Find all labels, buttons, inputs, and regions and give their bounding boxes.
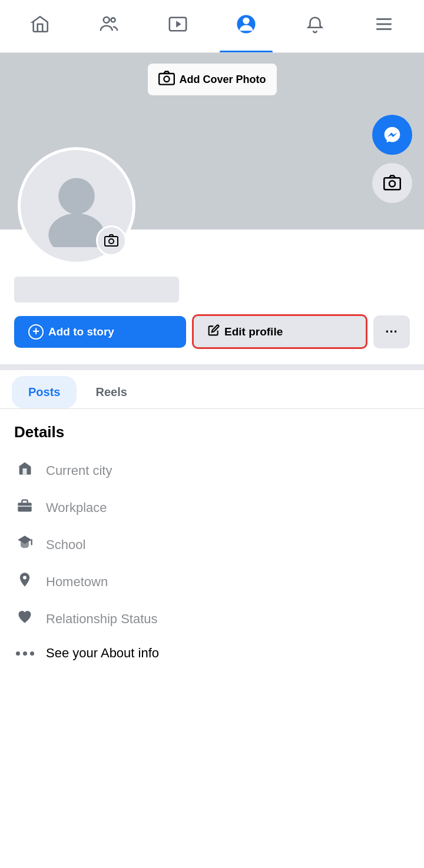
svg-rect-17 bbox=[18, 503, 31, 511]
nav-menu[interactable] bbox=[357, 0, 410, 52]
svg-point-11 bbox=[58, 178, 95, 214]
more-options-button[interactable]: ··· bbox=[373, 315, 410, 348]
detail-school[interactable]: School bbox=[14, 526, 410, 563]
profile-picture-container bbox=[18, 147, 135, 265]
name-placeholder bbox=[14, 277, 179, 302]
see-about-label: See your About info bbox=[46, 646, 159, 661]
svg-point-1 bbox=[111, 18, 115, 22]
cover-camera-button[interactable] bbox=[372, 163, 412, 203]
messenger-button[interactable] bbox=[372, 115, 412, 155]
svg-point-22 bbox=[21, 613, 24, 616]
cover-right-buttons bbox=[372, 115, 412, 203]
svg-point-0 bbox=[104, 17, 110, 23]
details-title: Details bbox=[14, 423, 410, 441]
nav-watch[interactable] bbox=[151, 0, 204, 52]
menu-icon bbox=[374, 14, 394, 38]
nav-friends[interactable] bbox=[82, 0, 135, 52]
svg-marker-3 bbox=[176, 21, 181, 27]
tab-reels-label: Reels bbox=[95, 385, 127, 398]
camera-icon bbox=[158, 69, 175, 89]
svg-rect-15 bbox=[384, 178, 400, 189]
hometown-label: Hometown bbox=[46, 574, 108, 590]
detail-relationship[interactable]: Relationship Status bbox=[14, 600, 410, 637]
briefcase-icon bbox=[14, 497, 35, 518]
svg-point-10 bbox=[164, 77, 169, 82]
add-to-story-label: Add to story bbox=[48, 325, 114, 338]
current-city-label: Current city bbox=[46, 463, 112, 478]
profile-picture[interactable] bbox=[18, 147, 135, 265]
pencil-icon bbox=[208, 324, 220, 339]
detail-current-city[interactable]: Current city bbox=[14, 452, 410, 489]
section-divider bbox=[0, 364, 424, 370]
nav-profile[interactable] bbox=[220, 0, 273, 52]
details-section: Details Current city Workplace bbox=[0, 409, 424, 679]
profile-tabs: Posts Reels bbox=[0, 370, 424, 409]
edit-profile-button[interactable]: Edit profile bbox=[192, 314, 367, 349]
relationship-label: Relationship Status bbox=[46, 611, 158, 627]
detail-workplace[interactable]: Workplace bbox=[14, 489, 410, 526]
svg-point-21 bbox=[23, 576, 26, 580]
see-about-info[interactable]: See your About info bbox=[14, 637, 410, 669]
action-buttons: + Add to story Edit profile ··· bbox=[14, 314, 410, 349]
cover-photo-area: Add Cover Photo bbox=[0, 53, 424, 230]
bell-icon bbox=[305, 14, 325, 38]
graduation-icon bbox=[14, 534, 35, 555]
tab-reels[interactable]: Reels bbox=[79, 376, 143, 408]
plus-icon: + bbox=[28, 324, 44, 340]
top-navigation bbox=[0, 0, 424, 53]
svg-point-16 bbox=[389, 181, 395, 187]
workplace-label: Workplace bbox=[46, 500, 107, 516]
heart-icon bbox=[14, 608, 35, 629]
edit-profile-label: Edit profile bbox=[224, 325, 283, 338]
nav-home[interactable] bbox=[14, 0, 67, 52]
tab-posts[interactable]: Posts bbox=[12, 376, 77, 408]
watch-icon bbox=[168, 14, 188, 38]
school-label: School bbox=[46, 537, 85, 553]
svg-rect-13 bbox=[105, 237, 118, 246]
svg-point-5 bbox=[243, 18, 250, 24]
svg-point-14 bbox=[109, 239, 114, 244]
nav-notifications[interactable] bbox=[289, 0, 342, 52]
dots-icon bbox=[14, 651, 35, 656]
friends-icon bbox=[99, 14, 119, 38]
add-to-story-button[interactable]: + Add to story bbox=[14, 316, 186, 348]
add-cover-photo-label: Add Cover Photo bbox=[180, 74, 266, 86]
home-icon bbox=[30, 14, 50, 38]
profile-icon bbox=[236, 14, 256, 38]
svg-rect-9 bbox=[159, 74, 174, 85]
home-detail-icon bbox=[14, 460, 35, 481]
detail-hometown[interactable]: Hometown bbox=[14, 563, 410, 600]
pin-icon bbox=[14, 571, 35, 592]
tab-posts-label: Posts bbox=[28, 385, 60, 398]
more-dots-label: ··· bbox=[385, 324, 398, 340]
profile-camera-badge[interactable] bbox=[96, 225, 127, 256]
add-cover-photo-button[interactable]: Add Cover Photo bbox=[148, 64, 277, 95]
